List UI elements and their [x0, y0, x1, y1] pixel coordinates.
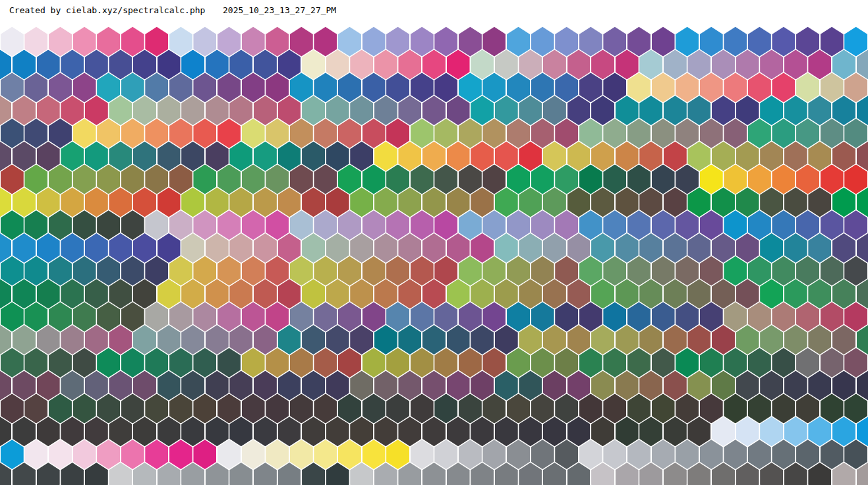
- hex-cell: [555, 72, 578, 102]
- hex-cell: [579, 27, 602, 57]
- hex-cell: [724, 302, 747, 331]
- hex-cell: [411, 440, 434, 469]
- hex-cell: [664, 371, 687, 401]
- hex-cell: [832, 96, 855, 125]
- hex-cell: [531, 210, 554, 240]
- hex-cell: [447, 50, 470, 80]
- hex-cell: [254, 371, 277, 401]
- hex-cell: [229, 279, 252, 309]
- hex-cell: [290, 72, 313, 102]
- hex-cell: [579, 72, 602, 102]
- hex-cell: [627, 348, 651, 378]
- hex-cell: [687, 233, 710, 263]
- hex-cell: [736, 187, 759, 217]
- hex-cell: [290, 302, 313, 331]
- hex-cell: [821, 72, 844, 102]
- hex-cell: [832, 187, 855, 217]
- hex-cell: [471, 371, 494, 401]
- hex-cell: [639, 50, 662, 80]
- hex-cell: [49, 302, 72, 331]
- hex-cell: [169, 72, 192, 102]
- hex-cell: [278, 325, 301, 355]
- hex-cell: [97, 256, 120, 286]
- hex-cell: [495, 96, 518, 125]
- hex-cell: [555, 165, 578, 194]
- hex-cell: [193, 27, 216, 57]
- hex-cell: [616, 187, 639, 217]
- hex-cell: [229, 325, 252, 355]
- hex-cell: [796, 210, 819, 240]
- hex-cell: [302, 416, 325, 446]
- hex-cell: [447, 371, 470, 401]
- hex-cell: [555, 256, 578, 286]
- hex-cell: [760, 187, 783, 217]
- hex-cell: [302, 96, 325, 125]
- hex-cell: [555, 119, 578, 148]
- hex-cell: [121, 302, 144, 331]
- hex-cell: [1, 119, 24, 148]
- hex-cell: [302, 233, 325, 263]
- hex-cell: [616, 96, 639, 125]
- hex-cell: [531, 27, 554, 57]
- hex-cell: [169, 210, 192, 240]
- hex-cell: [495, 50, 518, 80]
- hex-cell: [97, 72, 120, 102]
- hex-cell: [1, 72, 24, 102]
- hex-cell: [844, 348, 867, 378]
- hex-cell: [471, 187, 494, 217]
- credit-text: Created by cielab.xyz/spectralcalc.php: [9, 5, 205, 15]
- hex-cell: [482, 210, 506, 240]
- hex-cell: [627, 72, 651, 102]
- hex-cell: [422, 279, 446, 309]
- hex-cell: [724, 210, 747, 240]
- hex-cell: [145, 119, 168, 148]
- hex-cell: [422, 50, 446, 80]
- hex-cell: [482, 119, 506, 148]
- hex-cell: [784, 416, 807, 446]
- hex-cell: [700, 348, 723, 378]
- hex-cell: [796, 394, 819, 424]
- hex-cell: [266, 165, 289, 194]
- hex-cell: [627, 394, 651, 424]
- hex-cell: [1, 302, 24, 331]
- hex-cell: [832, 279, 855, 309]
- hex-cell: [350, 325, 373, 355]
- hex-cell: [374, 142, 397, 171]
- hex-cell: [591, 279, 614, 309]
- hex-cell: [302, 187, 325, 217]
- hex-cell: [422, 416, 446, 446]
- hex-cell: [398, 325, 421, 355]
- hex-cell: [832, 416, 855, 446]
- hex-cell: [434, 210, 457, 240]
- hex-cell: [169, 394, 192, 424]
- hex-cell: [748, 210, 771, 240]
- hex-cell: [278, 233, 301, 263]
- hex-cell: [784, 50, 807, 80]
- hex-cell: [784, 279, 807, 309]
- hex-cell: [832, 233, 855, 263]
- hex-cell: [229, 96, 252, 125]
- hex-cell: [181, 187, 204, 217]
- hex-cell: [676, 394, 699, 424]
- hex-cell: [133, 50, 156, 80]
- hex-cell: [772, 27, 795, 57]
- hex-cell: [37, 371, 60, 401]
- hex-cell: [555, 394, 578, 424]
- hex-cell: [206, 371, 229, 401]
- hex-cell: [784, 325, 807, 355]
- hex-cell: [519, 187, 542, 217]
- hex-cell: [639, 371, 662, 401]
- hex-cell: [314, 394, 337, 424]
- hex-cell: [712, 371, 735, 401]
- hex-cell: [61, 279, 84, 309]
- hex-cell: [1, 394, 24, 424]
- hex-cell: [736, 96, 759, 125]
- hex-cell: [555, 27, 578, 57]
- hex-cell: [266, 302, 289, 331]
- hex-cell: [832, 142, 855, 171]
- hex-cell: [422, 142, 446, 171]
- hex-cell: [398, 187, 421, 217]
- hex-cell: [121, 440, 144, 469]
- hex-cell: [664, 142, 687, 171]
- hex-cell: [398, 50, 421, 80]
